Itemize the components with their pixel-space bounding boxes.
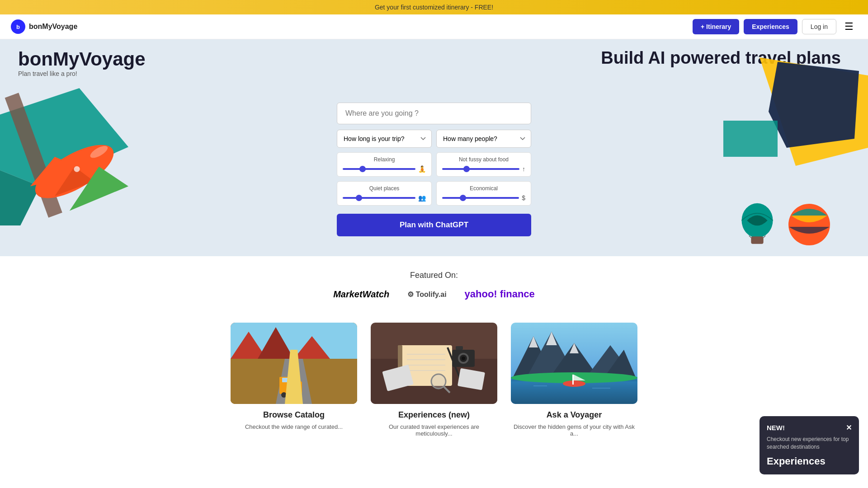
svg-marker-19 (231, 359, 357, 404)
quiet-slider-card: Quiet places 👥 (337, 181, 432, 206)
quiet-icon: 👥 (418, 194, 426, 202)
login-button[interactable]: Log in (802, 19, 836, 34)
banner-text: Get your first customized itinerary - FR… (375, 4, 493, 11)
featured-logos: MarketWatch ⚙ Toolify.ai yahoo! finance (9, 288, 859, 300)
nav-brand: bonMyVoyage (29, 23, 77, 31)
hero-brand-sub: Plan travel like a pro! (18, 70, 146, 77)
road-scene (231, 323, 357, 404)
svg-point-29 (281, 392, 287, 398)
economy-slider[interactable] (442, 197, 519, 199)
catalog-card-title: Browse Catalog (231, 410, 357, 420)
relaxing-icon: 🧘 (418, 165, 426, 173)
balloon-icon (737, 202, 778, 247)
food-icon: ↑ (522, 165, 525, 173)
quiet-label: Quiet places (343, 185, 426, 192)
svg-point-61 (563, 380, 585, 387)
nav-logo: b (11, 19, 25, 34)
hero-brand: bonMyVoyage Plan travel like a pro! (18, 48, 146, 77)
hero-section: bonMyVoyage Plan travel like a pro! Buil… (0, 39, 868, 256)
yahoo-finance-logo: yahoo! finance (465, 288, 535, 300)
popup-body: Checkout new experiences for top searche… (767, 436, 852, 450)
food-label: Not fussy about food (442, 156, 525, 163)
voyager-card-title: Ask a Voyager (511, 410, 637, 420)
popup-header: NEW! ✕ (767, 423, 852, 432)
top-banner: Get your first customized itinerary - FR… (0, 0, 868, 14)
food-slider-card: Not fussy about food ↑ (436, 152, 531, 177)
svg-point-30 (295, 392, 300, 398)
svg-point-44 (462, 357, 465, 360)
svg-point-48 (431, 374, 446, 389)
popup-badge: NEW! (767, 424, 785, 432)
itinerary-button[interactable]: + Itinerary (693, 19, 739, 34)
economy-icon: $ (522, 194, 525, 202)
featured-section: Featured On: MarketWatch ⚙ Toolify.ai ya… (0, 256, 868, 309)
voyager-card-image (511, 323, 637, 404)
catalog-card-image (231, 323, 357, 404)
experiences-button[interactable]: Experiences (744, 19, 797, 34)
destination-input[interactable] (337, 103, 531, 124)
svg-point-8 (74, 166, 80, 172)
journal-scene (371, 323, 497, 404)
economy-slider-card: Economical $ (436, 181, 531, 206)
popup-notification: NEW! ✕ Checkout new experiences for top … (760, 416, 859, 450)
trip-length-select[interactable]: How long is your trip? 1-3 days 4-7 days… (337, 130, 432, 148)
navbar: b bonMyVoyage + Itinerary Experiences Lo… (0, 14, 868, 39)
nav-left: b bonMyVoyage (11, 19, 77, 34)
voyager-card-desc: Discover the hidden gems of your city wi… (511, 423, 637, 437)
search-form: How long is your trip? 1-3 days 4-7 days… (337, 103, 531, 236)
catalog-card-desc: Checkout the wide range of curated... (231, 423, 357, 430)
nav-right: + Itinerary Experiences Log in ☰ (693, 19, 857, 34)
relaxing-label: Relaxing (343, 156, 426, 163)
svg-rect-62 (572, 375, 574, 385)
experiences-card-title: Experiences (new) (371, 410, 497, 420)
svg-rect-13 (751, 236, 763, 244)
form-row-selects: How long is your trip? 1-3 days 4-7 days… (337, 130, 531, 148)
browse-catalog-card[interactable]: Browse Catalog Checkout the wide range o… (231, 323, 357, 437)
plan-button[interactable]: Plan with ChatGPT (337, 214, 531, 236)
svg-rect-11 (723, 121, 778, 157)
marketwatch-logo: MarketWatch (333, 289, 389, 300)
cards-section: Browse Catalog Checkout the wide range o… (0, 309, 868, 450)
beach-ball-icon (787, 202, 832, 247)
economy-label: Economical (442, 185, 525, 192)
experiences-card-desc: Our curated travel experiences are metic… (371, 423, 497, 437)
relaxing-slider[interactable] (343, 168, 415, 170)
toolify-logo: ⚙ Toolify.ai (407, 290, 446, 299)
bottom-decorations (737, 202, 832, 247)
relaxing-slider-card: Relaxing 🧘 (337, 152, 432, 177)
experiences-card[interactable]: Experiences (new) Our curated travel exp… (371, 323, 497, 437)
experiences-card-image (371, 323, 497, 404)
svg-marker-10 (769, 62, 859, 148)
airplane-illustration (0, 84, 163, 229)
right-top-illustration (723, 57, 868, 193)
people-select[interactable]: How many people? 1 person 2 people 3-4 p… (436, 130, 531, 148)
svg-rect-45 (456, 346, 463, 350)
svg-rect-28 (282, 378, 290, 382)
form-row-sliders-1: Relaxing 🧘 Not fussy about food ↑ (337, 152, 531, 177)
hero-brand-name: bonMyVoyage (18, 48, 146, 70)
form-row-sliders-2: Quiet places 👥 Economical $ (337, 181, 531, 206)
featured-title: Featured On: (9, 271, 859, 280)
lake-scene (511, 323, 637, 404)
quiet-slider[interactable] (343, 197, 415, 199)
food-slider[interactable] (442, 168, 519, 170)
popup-close-button[interactable]: ✕ (846, 423, 852, 432)
hamburger-menu[interactable]: ☰ (841, 19, 857, 34)
voyager-card[interactable]: Ask a Voyager Discover the hidden gems o… (511, 323, 637, 437)
